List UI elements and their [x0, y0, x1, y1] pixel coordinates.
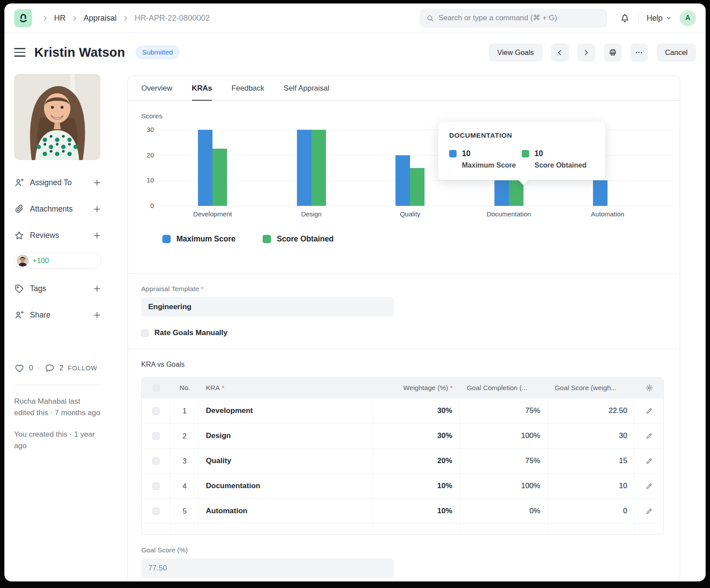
tab-feedback[interactable]: Feedback [231, 76, 264, 100]
sidebar-item-tags: Tags [14, 282, 101, 295]
edit-row-button[interactable] [645, 407, 653, 415]
weightage-cell: 30% [437, 431, 452, 440]
bar-development-maximum-score[interactable] [198, 130, 212, 206]
bar-development-score-obtained[interactable] [212, 149, 227, 206]
rate-goals-checkbox[interactable] [141, 329, 149, 337]
status-badge: Submitted [135, 45, 179, 59]
row-number: 1 [183, 407, 187, 415]
breadcrumb: HR Appraisal HR-APR-22-0800002 [42, 14, 210, 23]
edit-row-button[interactable] [645, 457, 653, 465]
sidebar-item-label: Tags [30, 284, 46, 293]
row-checkbox[interactable] [152, 407, 160, 415]
sidebar-toggle-icon[interactable] [14, 48, 26, 56]
breadcrumb-hr[interactable]: HR [54, 14, 66, 23]
add-share-button[interactable] [93, 311, 101, 319]
rate-goals-manually-row[interactable]: Rate Goals Manually [141, 329, 666, 337]
comments-count: 2 [59, 364, 63, 373]
separator-dot: · [37, 364, 40, 372]
kra-name-cell: Automation [206, 507, 247, 515]
row-checkbox[interactable] [152, 482, 160, 490]
search-input[interactable] [439, 14, 600, 22]
x-axis-category-label: Quality [360, 210, 460, 218]
column-header-goal-score: Goal Score (weigh... [548, 378, 635, 398]
search-icon [426, 14, 434, 22]
next-record-button[interactable] [578, 44, 595, 62]
edit-row-button[interactable] [645, 482, 653, 490]
more-actions-button[interactable] [630, 44, 648, 62]
tab-self-appraisal[interactable]: Self Appraisal [284, 76, 329, 100]
app-logo[interactable] [14, 9, 32, 27]
like-heart-icon[interactable] [14, 363, 25, 373]
chart-legend: Maximum ScoreScore Obtained [162, 234, 334, 244]
legend-color-swatch [263, 235, 271, 243]
bar-design-maximum-score[interactable] [297, 130, 311, 206]
kra-table-row: 5Automation10%0%0 [142, 498, 663, 523]
add-attachment-button[interactable] [93, 205, 101, 213]
goal-score-cell: 15 [619, 457, 627, 465]
weightage-cell: 20% [437, 457, 452, 465]
goal-completion-cell: 0% [529, 507, 540, 515]
add-tag-button[interactable] [93, 285, 101, 293]
kra-table-title: KRA vs Goals [141, 361, 666, 369]
tooltip-entry-max-score: 10 Maximum Score [449, 149, 522, 169]
row-checkbox[interactable] [152, 508, 160, 515]
view-goals-button[interactable]: View Goals [489, 44, 542, 62]
edit-row-button[interactable] [645, 432, 653, 440]
tab-overview[interactable]: Overview [141, 76, 172, 100]
add-review-button[interactable] [93, 231, 101, 240]
goal-score-input[interactable]: 77.50 [141, 559, 394, 578]
record-sidebar: Assigned To Attachments Reviews +100 [14, 74, 101, 461]
edit-row-button[interactable] [645, 508, 653, 515]
chevron-left-icon [556, 49, 564, 56]
kra-name-cell: Development [206, 406, 253, 415]
reviewers-overflow-pill[interactable]: +100 [14, 252, 101, 269]
row-checkbox[interactable] [152, 432, 160, 440]
follow-button[interactable]: FOLLOW [68, 365, 97, 372]
kra-vs-goals-section: KRA vs Goals No. KRA * Weightage (%) * G… [128, 349, 680, 581]
share-user-icon [14, 310, 24, 320]
add-assignment-button[interactable] [93, 179, 101, 187]
reviewer-avatar [17, 255, 29, 267]
legend-item: Maximum Score [162, 234, 235, 244]
comments-icon[interactable] [44, 363, 55, 373]
bar-quality-score-obtained[interactable] [410, 168, 425, 206]
goal-completion-cell: 75% [525, 457, 540, 465]
previous-record-button[interactable] [551, 44, 569, 62]
legend-item: Score Obtained [263, 234, 333, 244]
print-button[interactable] [604, 44, 622, 62]
bar-automation-maximum-score[interactable] [593, 180, 608, 206]
global-search[interactable] [420, 9, 607, 28]
cancel-button[interactable]: Cancel [657, 44, 696, 62]
kra-name-cell: Quality [206, 457, 231, 465]
employee-photo[interactable] [14, 74, 100, 160]
tab-kras[interactable]: KRAs [192, 76, 212, 100]
sidebar-item-attachments: Attachments [14, 202, 101, 215]
notifications-bell-icon[interactable] [619, 13, 630, 24]
chevron-right-icon [42, 15, 48, 22]
column-header-no: No. [171, 378, 199, 398]
help-menu[interactable]: Help [647, 14, 672, 23]
appraisal-form-card: Overview KRAs Feedback Self Appraisal Sc… [128, 76, 680, 581]
sidebar-item-share: Share [14, 308, 101, 321]
score-obtained-color-swatch [522, 150, 529, 157]
bar-documentation-maximum-score[interactable] [494, 180, 509, 206]
kra-table-row: 2Design30%100%30 [142, 423, 663, 448]
tooltip-max-score-value: 10 [462, 149, 470, 158]
column-header-goal-completion: Goal Completion (... [460, 378, 548, 398]
user-avatar[interactable]: A [680, 10, 696, 26]
breadcrumb-record-id[interactable]: HR-APR-22-0800002 [135, 14, 210, 23]
row-checkbox[interactable] [152, 457, 160, 465]
tooltip-score-obtained-label: Score Obtained [534, 161, 594, 169]
required-marker: * [201, 285, 204, 293]
breadcrumb-appraisal[interactable]: Appraisal [84, 14, 117, 23]
bar-design-score-obtained[interactable] [311, 130, 326, 206]
chart-gridline [159, 206, 673, 206]
bar-quality-maximum-score[interactable] [395, 155, 410, 206]
bar-documentation-score-obtained[interactable] [509, 180, 523, 206]
last-edited-text: Rucha Mahabal last edited this · 7 month… [14, 396, 100, 419]
appraisal-template-input[interactable]: Engineering [141, 297, 394, 317]
select-all-checkbox[interactable] [153, 384, 160, 392]
table-settings-button[interactable] [635, 378, 663, 398]
appraisal-template-section: Appraisal Template * Engineering Rate Go… [128, 273, 680, 349]
edit-pencil-icon [645, 432, 653, 440]
